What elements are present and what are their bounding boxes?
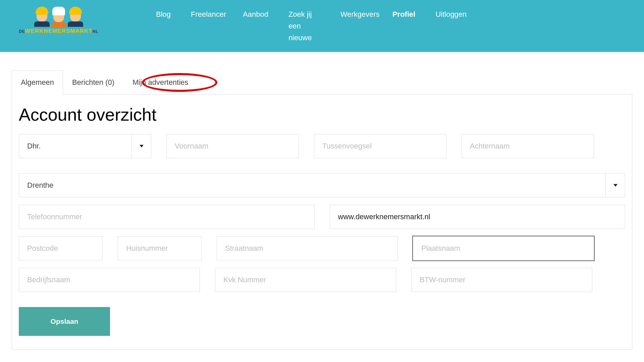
tussenvoegsel-input[interactable] (314, 134, 446, 158)
nav-uitloggen[interactable]: Uitloggen (435, 8, 467, 44)
nav-aanbod[interactable]: Aanbod (243, 8, 268, 44)
logo-main: WERKNEMERSMARKT (25, 28, 93, 34)
postcode-input[interactable] (19, 236, 103, 260)
plaatsnaam-input[interactable] (413, 236, 594, 260)
bedrijfsnaam-input[interactable] (19, 268, 200, 292)
logo-de: DE (19, 29, 25, 34)
telefoon-input[interactable] (19, 205, 315, 229)
save-button[interactable]: Opslaan (19, 307, 110, 336)
title-select-value: Dhr. (27, 142, 41, 150)
province-select-value: Drenthe (27, 181, 53, 190)
logo-figures (12, 7, 106, 26)
nav-blog[interactable]: Blog (156, 8, 171, 44)
tab-berichten[interactable]: Berichten (0) (63, 70, 123, 95)
nav-freelancer[interactable]: Freelancer (191, 8, 223, 44)
page-title: Account overzicht (19, 105, 625, 125)
voornaam-input[interactable] (166, 134, 299, 158)
title-select[interactable]: Dhr. (19, 134, 151, 158)
chevron-down-icon (131, 134, 151, 158)
straatnaam-input[interactable] (217, 236, 398, 260)
header: DEWERKNEMERSMARKTNL Blog Freelancer Aanb… (0, 0, 644, 52)
nav-profiel[interactable]: Profiel (392, 8, 415, 44)
logo[interactable]: DEWERKNEMERSMARKTNL (12, 7, 106, 35)
nav-werkgevers[interactable]: Werkgevers (340, 8, 372, 44)
content: Algemeen Berichten (0) Mijn advertenties… (0, 70, 644, 350)
btw-input[interactable] (411, 268, 592, 292)
panel-algemeen: Account overzicht Dhr. Drenthe (12, 94, 632, 350)
website-input[interactable] (330, 205, 626, 229)
logo-text: DEWERKNEMERSMARKTNL (12, 28, 106, 35)
logo-nl: NL (93, 29, 99, 34)
chevron-down-icon (605, 174, 625, 197)
achternaam-input[interactable] (462, 134, 594, 158)
nav-zoek[interactable]: Zoek jij een nieuwe (288, 8, 320, 44)
nav: Blog Freelancer Aanbod Zoek jij een nieu… (156, 0, 467, 44)
tabs: Algemeen Berichten (0) Mijn advertenties (12, 70, 632, 95)
province-select[interactable]: Drenthe (19, 173, 625, 197)
kvk-input[interactable] (215, 268, 396, 292)
huisnummer-input[interactable] (118, 236, 202, 260)
tab-mijn-advertenties[interactable]: Mijn advertenties (123, 70, 197, 95)
tab-algemeen[interactable]: Algemeen (12, 70, 63, 95)
